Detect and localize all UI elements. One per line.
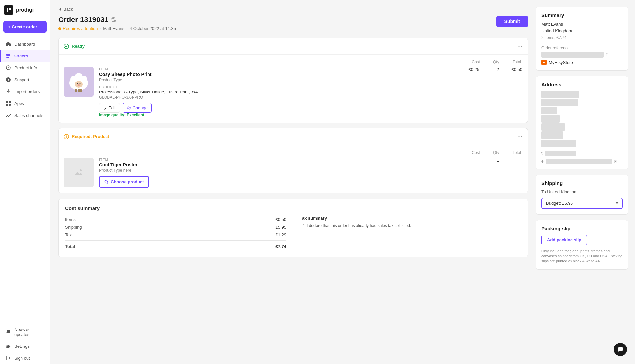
- cost-summary-content: Items £0.50 Shipping £5.95 Tax £1.29 Tot…: [65, 216, 521, 250]
- product-icon: [6, 65, 11, 70]
- svg-point-23: [80, 83, 81, 84]
- required-status: Required: Product: [64, 134, 109, 139]
- packing-panel-title: Packing slip: [541, 226, 623, 231]
- back-link[interactable]: Back: [58, 7, 528, 12]
- orders-icon: [6, 53, 11, 58]
- change-button[interactable]: Change: [123, 103, 152, 113]
- svg-rect-10: [9, 104, 11, 106]
- cost-lines: Items £0.50 Shipping £5.95 Tax £1.29 Tot…: [65, 216, 286, 250]
- ready-card-menu[interactable]: ···: [517, 43, 522, 50]
- sidebar-item-dashboard[interactable]: Dashboard: [0, 38, 50, 50]
- req-item-actions: Choose product: [99, 176, 454, 188]
- tax-summary-title: Tax summary: [300, 216, 521, 221]
- submit-button[interactable]: Submit: [496, 16, 528, 27]
- required-card: Required: Product ··· Cost Qty Total ITE…: [58, 128, 528, 193]
- main-content: Back Order 1319031 Requires attention · …: [50, 0, 536, 364]
- bell-icon: [6, 329, 11, 335]
- total-val: £0.50: [509, 67, 522, 72]
- sidebar-item-sign-out[interactable]: Sign out: [0, 352, 50, 364]
- sidebar-item-label: Support: [14, 77, 29, 82]
- sheep-image: [64, 67, 94, 97]
- edit-label: Edit: [108, 105, 116, 110]
- import-icon: [6, 89, 11, 94]
- back-arrow-icon: [58, 7, 62, 11]
- chat-bubble[interactable]: [614, 343, 627, 356]
- svg-rect-30: [73, 167, 84, 178]
- phone-label: t.: [541, 151, 545, 156]
- svg-point-11: [6, 116, 7, 117]
- create-order-button[interactable]: + Create order: [3, 21, 47, 33]
- item-label: ITEM: [99, 67, 454, 71]
- copy-icon[interactable]: ⎘: [606, 53, 608, 57]
- logo: prodigi: [0, 0, 50, 21]
- svg-rect-7: [6, 101, 8, 103]
- edit-button[interactable]: Edit: [99, 103, 120, 113]
- summary-items-total: 2 items, £7.74: [541, 35, 623, 40]
- sidebar-item-settings[interactable]: Settings: [0, 340, 50, 352]
- email-copy-icon[interactable]: ⎘: [614, 159, 616, 164]
- cost-line-shipping: Shipping £5.95: [65, 223, 286, 231]
- product-name: Professional C-Type, Silver Halide, Lust…: [99, 90, 454, 94]
- sidebar-item-label: Import orders: [14, 89, 40, 94]
- svg-rect-9: [6, 104, 8, 106]
- sidebar-item-news-updates[interactable]: News & updates: [0, 324, 50, 340]
- cost-line-tax: Tax £1.29: [65, 231, 286, 238]
- svg-point-20: [80, 76, 87, 82]
- product-sku: GLOBAL-PHO-3X4-PRO: [99, 95, 454, 100]
- sidebar-item-sales-channels[interactable]: Sales channels: [0, 109, 50, 121]
- sidebar-item-label: Sign out: [14, 356, 30, 361]
- etsy-icon: e: [541, 60, 547, 65]
- sidebar-item-label: Dashboard: [14, 42, 35, 47]
- shipping-select[interactable]: Budget: £5.95 Standard: £6.95 Express: £…: [541, 198, 623, 209]
- sidebar-item-import-orders[interactable]: Import orders: [0, 86, 50, 97]
- cost-summary-title: Cost summary: [65, 205, 521, 211]
- refresh-icon[interactable]: [111, 17, 116, 22]
- ready-costs: £0.25 2 £0.50: [459, 67, 522, 72]
- sidebar-item-label: Orders: [14, 54, 28, 58]
- page-title-block: Order 1319031 Requires attention · Matt …: [58, 16, 176, 31]
- choose-product-button[interactable]: Choose product: [99, 176, 149, 188]
- right-panel: Summary Matt Evans United Kingdom 2 item…: [536, 0, 635, 364]
- meta-separator2: ·: [126, 26, 128, 31]
- meta-separator: ·: [100, 26, 101, 31]
- image-quality-value: Excellent: [127, 113, 144, 117]
- svg-rect-1: [9, 8, 11, 10]
- image-placeholder-icon: [73, 167, 84, 178]
- item-type: Product Type: [99, 78, 454, 82]
- choose-product-label: Choose product: [111, 179, 144, 184]
- tax-checkbox-label[interactable]: I declare that this order has already ha…: [307, 223, 411, 228]
- sidebar-item-orders[interactable]: Orders: [0, 50, 50, 62]
- sidebar-item-support[interactable]: Support: [0, 74, 50, 86]
- ready-item-row: ITEM Cosy Sheep Photo Print Product Type…: [64, 67, 522, 117]
- req-item-type: Product Type here: [99, 168, 454, 173]
- required-label: Required: Product: [72, 134, 109, 139]
- contact-phone-row: t. 0211 2018 0000: [541, 151, 623, 156]
- svg-point-13: [8, 116, 9, 117]
- svg-rect-0: [7, 8, 8, 10]
- qty-val: 2: [489, 67, 499, 72]
- item-image-tiger: [64, 158, 94, 187]
- order-title: Order 1319031: [58, 16, 108, 24]
- req-qty-header: Qty: [493, 150, 499, 155]
- summary-customer-country: United Kingdom: [541, 28, 623, 34]
- change-label: Change: [132, 105, 148, 110]
- svg-rect-28: [81, 89, 82, 92]
- tax-summary: Tax summary I declare that this order ha…: [300, 216, 521, 250]
- sidebar-item-apps[interactable]: Apps: [0, 97, 50, 109]
- check-circle-icon: [64, 44, 69, 49]
- sidebar-item-product-info[interactable]: Product info: [0, 62, 50, 74]
- meta-date: 4 October 2022 at 11:35: [130, 26, 176, 31]
- item-actions: Edit Change: [99, 103, 454, 113]
- cost-line-total: Total £7.74: [65, 240, 286, 250]
- svg-rect-3: [6, 54, 10, 55]
- svg-rect-5: [6, 57, 9, 58]
- image-quality: Image quality: Excellent: [99, 113, 454, 117]
- page-title: Order 1319031: [58, 16, 176, 24]
- required-card-menu[interactable]: ···: [517, 133, 522, 140]
- tax-checkbox[interactable]: [300, 224, 304, 228]
- ready-card-header: Ready ···: [59, 38, 528, 55]
- required-card-header: Required: Product ···: [59, 128, 528, 145]
- add-packing-slip-button[interactable]: Add packing slip: [541, 235, 587, 245]
- cost-header-cost: Cost: [472, 60, 480, 64]
- cost-header-qty: Qty: [493, 60, 499, 64]
